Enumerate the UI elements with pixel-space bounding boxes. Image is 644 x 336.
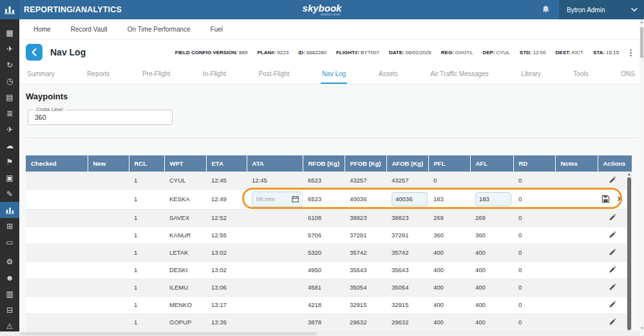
flight-info-label: FLIGHT#: bbox=[336, 50, 359, 55]
edit-row-button[interactable] bbox=[607, 317, 618, 328]
calendar-icon[interactable] bbox=[292, 195, 299, 203]
cell-afob: 40036 bbox=[386, 189, 428, 209]
col-header-pfl: PFL bbox=[428, 155, 470, 172]
page-vertical-scrollbar[interactable]: ▲ ▼ bbox=[639, 19, 644, 331]
table-scrollbar-thumb[interactable] bbox=[627, 177, 631, 330]
cell-afob: 35742 bbox=[386, 244, 428, 261]
flight-sync-icon: ↻ bbox=[6, 61, 13, 69]
cell-actions bbox=[598, 226, 627, 244]
flight-info-sta: STA:15:15 bbox=[593, 50, 619, 55]
sidebar-item-user-profile[interactable]: ☻ bbox=[0, 270, 19, 286]
sidebar-item-flight[interactable]: ✈ bbox=[0, 41, 19, 57]
sidebar-item-compose-edit[interactable]: ✎ bbox=[0, 186, 19, 202]
cell-notes bbox=[555, 226, 598, 244]
section-divider bbox=[26, 137, 638, 138]
cell-ata bbox=[247, 244, 303, 261]
app-logo[interactable] bbox=[0, 0, 19, 19]
flight-info-label: REG: bbox=[441, 50, 454, 55]
cell-notes bbox=[555, 189, 598, 209]
devices-icon: ⊟ bbox=[6, 306, 13, 314]
tab-pre-flight[interactable]: Pre-Flight bbox=[141, 64, 171, 84]
flight-info-label: ID: bbox=[298, 50, 305, 55]
edit-row-button[interactable] bbox=[607, 230, 618, 241]
sidebar-item-settings-gears[interactable]: ⚙ bbox=[0, 253, 19, 270]
edit-row-button[interactable] bbox=[607, 247, 618, 258]
cruise-level-value: 360 bbox=[28, 110, 172, 124]
back-button[interactable] bbox=[26, 44, 43, 61]
ata-placeholder: hh:mm bbox=[256, 195, 275, 203]
sidebar-item-weather[interactable]: ☁ bbox=[0, 137, 19, 153]
cell-pfl: 183 bbox=[428, 189, 470, 209]
tab-assets[interactable]: Assets bbox=[377, 64, 399, 84]
kebab-menu-icon[interactable]: ⋮ bbox=[624, 48, 638, 57]
cell-rcl: 1 bbox=[129, 296, 164, 313]
afl-input[interactable]: 183 bbox=[475, 192, 511, 206]
sidebar-item-data-table[interactable]: ⊞ bbox=[0, 218, 19, 234]
cell-afl: 400 bbox=[470, 296, 513, 313]
bell-icon bbox=[542, 5, 550, 14]
tab-ons[interactable]: ONS bbox=[620, 64, 636, 84]
cell-ata bbox=[247, 296, 303, 313]
nav-item-record-vault[interactable]: Record Vault bbox=[71, 26, 108, 33]
nav-item-fuel[interactable]: Fuel bbox=[211, 26, 223, 33]
cell-actions bbox=[598, 172, 627, 189]
edit-actions: × bbox=[600, 193, 624, 205]
sidebar-item-world-clock[interactable]: ◷ bbox=[0, 73, 19, 89]
sidebar-item-monitor[interactable]: ▭ bbox=[0, 234, 19, 250]
cancel-edit-button[interactable]: × bbox=[616, 193, 623, 205]
tab-post-flight[interactable]: Post-Flight bbox=[258, 64, 291, 84]
table-scrollbar[interactable]: ▲ bbox=[627, 172, 632, 331]
edit-row-button[interactable] bbox=[607, 299, 618, 310]
edit-row-button[interactable] bbox=[607, 282, 618, 293]
cell-checked bbox=[26, 226, 88, 244]
tab-summary[interactable]: Summary bbox=[26, 64, 56, 84]
notifications-button[interactable] bbox=[536, 0, 555, 19]
sidebar-item-flight-sync[interactable]: ↻ bbox=[0, 57, 19, 73]
cell-actions bbox=[598, 296, 627, 313]
save-row-button[interactable] bbox=[600, 193, 611, 204]
col-header-afob-kg-: AFOB (Kg) bbox=[386, 155, 428, 172]
cell-actions bbox=[598, 209, 627, 226]
cell-rcl: 1 bbox=[129, 279, 164, 296]
sidebar-item-devices[interactable]: ⊟ bbox=[0, 302, 19, 318]
sidebar-item-flight-routes[interactable]: ✈ bbox=[0, 121, 19, 137]
nav-item-home[interactable]: Home bbox=[33, 26, 51, 33]
ata-time-input[interactable]: hh:mm bbox=[252, 192, 303, 207]
col-header-new: New bbox=[88, 155, 129, 172]
cell-ata bbox=[247, 313, 303, 331]
cell-afob: 38823 bbox=[386, 209, 428, 226]
edit-row-button[interactable] bbox=[607, 264, 618, 275]
tab-in-flight[interactable]: In-Flight bbox=[202, 64, 227, 84]
sidebar-item-pinned-flag[interactable]: ⚑ bbox=[0, 153, 19, 170]
nav-item-on-time-performance[interactable]: On Time Performance bbox=[128, 26, 191, 33]
cell-rfob: 5706 bbox=[303, 226, 345, 244]
edit-row-button[interactable] bbox=[607, 212, 618, 223]
bar-chart-logo-icon bbox=[5, 5, 15, 14]
tab-nav-log[interactable]: Nav Log bbox=[321, 64, 347, 84]
sidebar-item-crew-forms[interactable]: ≣ bbox=[0, 105, 19, 121]
cell-actions bbox=[598, 244, 627, 261]
cell-rcl: 1 bbox=[129, 172, 164, 189]
cruise-level-field[interactable]: Cruise Level 360 bbox=[28, 110, 173, 125]
page-vertical-thumb[interactable] bbox=[640, 27, 643, 58]
weather-icon: ☁ bbox=[6, 142, 14, 150]
page-horizontal-thumb[interactable] bbox=[21, 332, 317, 335]
account-menu[interactable]: Bytron Admin bbox=[559, 0, 644, 19]
pencil-icon bbox=[608, 176, 616, 184]
cell-notes bbox=[555, 244, 598, 261]
tab-reports[interactable]: Reports bbox=[86, 64, 111, 84]
account-name: Bytron Admin bbox=[567, 6, 605, 14]
page-horizontal-scrollbar[interactable] bbox=[0, 331, 639, 336]
sidebar-item-apps-grid[interactable]: ▦ bbox=[0, 25, 19, 41]
afob-input[interactable]: 40036 bbox=[392, 192, 428, 206]
sidebar-item-documents[interactable]: ▥ bbox=[0, 286, 19, 302]
sidebar-item-briefing-board[interactable]: ▤ bbox=[0, 89, 19, 105]
cell-pfl: 400 bbox=[428, 279, 470, 296]
sidebar-item-gallery-frame[interactable]: ▣ bbox=[0, 170, 19, 186]
edit-row-button[interactable] bbox=[607, 175, 618, 186]
tab-tools[interactable]: Tools bbox=[572, 64, 589, 84]
tab-air-traffic-messages[interactable]: Air Traffic Messages bbox=[429, 64, 489, 84]
brand-tagline: aviation cloud bbox=[321, 12, 341, 16]
tab-library[interactable]: Library bbox=[520, 64, 542, 84]
sidebar-item-reporting-analytics[interactable] bbox=[0, 202, 19, 218]
